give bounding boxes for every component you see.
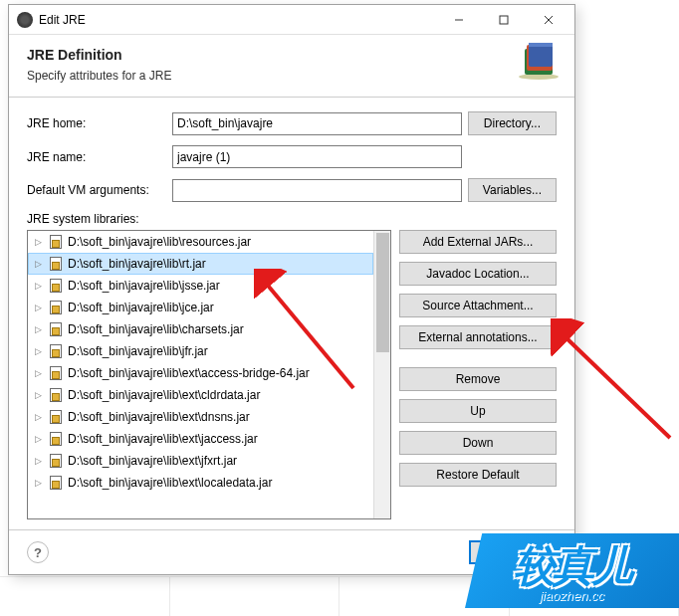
add-external-jars-button[interactable]: Add External JARs... [399,230,557,254]
vm-args-label: Default VM arguments: [27,183,166,197]
eclipse-icon [17,12,33,28]
jar-icon [48,278,64,294]
tree-item[interactable]: ▷D:\soft_bin\javajre\lib\ext\dnsns.jar [28,406,373,428]
tree-item-label: D:\soft_bin\javajre\lib\ext\localedata.j… [68,476,272,490]
jre-books-icon [515,43,563,81]
tree-item[interactable]: ▷D:\soft_bin\javajre\lib\jfr.jar [28,340,373,362]
expand-icon[interactable]: ▷ [32,367,44,379]
jar-icon [48,256,64,272]
tree-item[interactable]: ▷D:\soft_bin\javajre\lib\ext\localedata.… [28,472,373,494]
tree-item[interactable]: ▷D:\soft_bin\javajre\lib\jsse.jar [28,275,373,297]
close-icon [544,15,554,25]
expand-icon[interactable]: ▷ [32,345,44,357]
expand-icon[interactable]: ▷ [32,323,44,335]
jar-icon [48,453,64,469]
source-attachment-button[interactable]: Source Attachment... [399,294,557,317]
form-area: JRE home: Directory... JRE name: Default… [9,98,574,206]
tree-item-label: D:\soft_bin\javajre\lib\resources.jar [68,235,251,249]
tree-item[interactable]: ▷D:\soft_bin\javajre\lib\rt.jar [28,253,373,275]
tree-item-label: D:\soft_bin\javajre\lib\ext\cldrdata.jar [68,388,260,402]
watermark-text: 较真儿 [514,538,630,594]
directory-button[interactable]: Directory... [468,111,557,135]
header-title: JRE Definition [27,47,557,63]
tree-item[interactable]: ▷D:\soft_bin\javajre\lib\charsets.jar [28,318,373,340]
watermark: 较真儿 jiaozhen.cc [465,533,679,608]
expand-icon[interactable]: ▷ [32,236,44,248]
help-icon[interactable]: ? [27,541,49,563]
vertical-scrollbar[interactable] [373,231,390,518]
jar-icon [48,431,64,447]
external-annotations-button[interactable]: External annotations... [399,325,557,349]
maximize-icon [499,15,509,25]
window-controls [436,6,570,34]
jar-icon [48,300,64,315]
jar-icon [48,475,64,491]
jre-home-input[interactable] [172,112,462,135]
svg-rect-8 [529,43,553,47]
tree-item[interactable]: ▷D:\soft_bin\javajre\lib\ext\cldrdata.ja… [28,384,373,406]
tree-item[interactable]: ▷D:\soft_bin\javajre\lib\ext\access-brid… [28,362,373,384]
tree-item-label: D:\soft_bin\javajre\lib\jsse.jar [68,279,220,293]
libraries-tree[interactable]: ▷D:\soft_bin\javajre\lib\resources.jar▷D… [27,230,391,519]
jre-name-label: JRE name: [27,150,166,164]
expand-icon[interactable]: ▷ [32,258,44,270]
jar-icon [48,365,64,381]
jar-icon [48,343,64,359]
restore-default-button[interactable]: Restore Default [399,463,557,487]
side-buttons: Add External JARs... Javadoc Location...… [399,230,557,519]
scrollbar-thumb[interactable] [376,233,389,352]
jar-icon [48,409,64,425]
expand-icon[interactable]: ▷ [32,302,44,313]
up-button[interactable]: Up [399,399,557,423]
expand-icon[interactable]: ▷ [32,477,44,489]
tree-item-label: D:\soft_bin\javajre\lib\charsets.jar [68,322,244,336]
tree-item[interactable]: ▷D:\soft_bin\javajre\lib\jce.jar [28,297,373,318]
close-button[interactable] [526,6,570,34]
javadoc-location-button[interactable]: Javadoc Location... [399,262,557,286]
tree-item[interactable]: ▷D:\soft_bin\javajre\lib\ext\jaccess.jar [28,428,373,450]
tree-item[interactable]: ▷D:\soft_bin\javajre\lib\resources.jar [28,231,373,253]
svg-line-10 [563,334,670,438]
system-libraries-label: JRE system libraries: [9,206,574,230]
expand-icon[interactable]: ▷ [32,411,44,423]
vm-args-input[interactable] [172,179,462,202]
tree-item[interactable]: ▷D:\soft_bin\javajre\lib\ext\jfxrt.jar [28,450,373,472]
expand-icon[interactable]: ▷ [32,455,44,467]
edit-jre-dialog: Edit JRE JRE Definition Specify attribut… [8,4,575,575]
titlebar[interactable]: Edit JRE [9,5,574,35]
maximize-button[interactable] [481,6,526,34]
minimize-button[interactable] [436,6,481,34]
svg-rect-1 [500,16,508,24]
jar-icon [48,387,64,403]
jre-home-label: JRE home: [27,116,166,130]
jre-name-input[interactable] [172,145,462,168]
expand-icon[interactable]: ▷ [32,389,44,401]
header-subtitle: Specify attributes for a JRE [27,69,557,83]
window-title: Edit JRE [39,13,436,27]
tree-item-label: D:\soft_bin\javajre\lib\ext\jfxrt.jar [68,454,237,468]
tree-item-label: D:\soft_bin\javajre\lib\jfr.jar [68,344,208,358]
jar-icon [48,321,64,337]
tree-item-label: D:\soft_bin\javajre\lib\ext\dnsns.jar [68,410,250,424]
variables-button[interactable]: Variables... [468,178,557,202]
jar-icon [48,234,64,250]
tree-item-label: D:\soft_bin\javajre\lib\ext\jaccess.jar [68,432,258,446]
expand-icon[interactable]: ▷ [32,280,44,292]
tree-item-label: D:\soft_bin\javajre\lib\rt.jar [68,257,206,271]
minimize-icon [454,15,464,25]
tree-item-label: D:\soft_bin\javajre\lib\ext\access-bridg… [68,366,310,380]
dialog-header: JRE Definition Specify attributes for a … [9,35,574,98]
remove-button[interactable]: Remove [399,367,557,391]
expand-icon[interactable]: ▷ [32,433,44,445]
tree-item-label: D:\soft_bin\javajre\lib\jce.jar [68,301,214,314]
libraries-row: ▷D:\soft_bin\javajre\lib\resources.jar▷D… [9,230,574,529]
watermark-url: jiaozhen.cc [540,588,604,603]
down-button[interactable]: Down [399,431,557,455]
